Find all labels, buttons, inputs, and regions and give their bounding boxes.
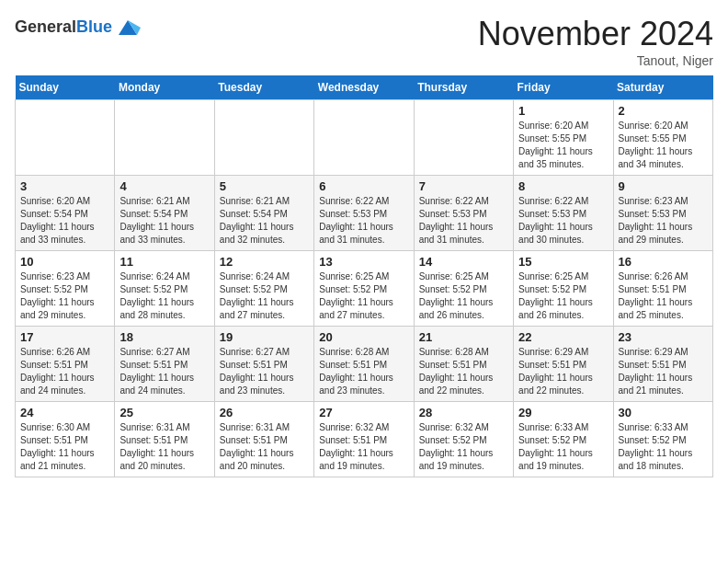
calendar-cell: 5Sunrise: 6:21 AM Sunset: 5:54 PM Daylig… <box>214 176 313 251</box>
day-number: 15 <box>518 255 608 269</box>
calendar-header: SundayMondayTuesdayWednesdayThursdayFrid… <box>16 75 713 100</box>
day-number: 21 <box>419 330 508 344</box>
day-number: 17 <box>20 330 109 344</box>
day-number: 23 <box>619 330 708 344</box>
calendar-cell: 16Sunrise: 6:26 AM Sunset: 5:51 PM Dayli… <box>613 251 712 327</box>
calendar-cell <box>16 100 115 176</box>
calendar-cell: 14Sunrise: 6:25 AM Sunset: 5:52 PM Dayli… <box>414 251 513 327</box>
calendar-cell: 4Sunrise: 6:21 AM Sunset: 5:54 PM Daylig… <box>115 176 214 251</box>
weekday-header: Friday <box>514 75 613 100</box>
day-number: 27 <box>319 406 408 419</box>
calendar-cell: 30Sunrise: 6:33 AM Sunset: 5:52 PM Dayli… <box>613 402 712 477</box>
day-info: Sunrise: 6:26 AM Sunset: 5:51 PM Dayligh… <box>619 270 708 322</box>
calendar-cell: 11Sunrise: 6:24 AM Sunset: 5:52 PM Dayli… <box>115 251 214 327</box>
day-number: 25 <box>119 406 209 419</box>
day-info: Sunrise: 6:33 AM Sunset: 5:52 PM Dayligh… <box>518 421 608 473</box>
day-info: Sunrise: 6:26 AM Sunset: 5:51 PM Dayligh… <box>20 346 109 397</box>
calendar-cell: 3Sunrise: 6:20 AM Sunset: 5:54 PM Daylig… <box>16 176 115 251</box>
day-info: Sunrise: 6:20 AM Sunset: 5:54 PM Dayligh… <box>20 195 109 247</box>
day-number: 5 <box>220 179 309 193</box>
day-info: Sunrise: 6:25 AM Sunset: 5:52 PM Dayligh… <box>419 270 508 322</box>
day-info: Sunrise: 6:22 AM Sunset: 5:53 PM Dayligh… <box>518 195 608 247</box>
day-info: Sunrise: 6:23 AM Sunset: 5:53 PM Dayligh… <box>619 195 708 247</box>
logo-blue: Blue <box>76 17 112 36</box>
calendar-cell: 18Sunrise: 6:27 AM Sunset: 5:51 PM Dayli… <box>115 327 214 402</box>
day-info: Sunrise: 6:25 AM Sunset: 5:52 PM Dayligh… <box>518 270 608 322</box>
day-number: 13 <box>319 255 408 269</box>
calendar-cell: 19Sunrise: 6:27 AM Sunset: 5:51 PM Dayli… <box>214 327 313 402</box>
day-number: 7 <box>419 179 508 193</box>
calendar-cell <box>214 100 313 176</box>
calendar-table: SundayMondayTuesdayWednesdayThursdayFrid… <box>15 75 713 477</box>
day-info: Sunrise: 6:27 AM Sunset: 5:51 PM Dayligh… <box>220 346 309 397</box>
day-info: Sunrise: 6:21 AM Sunset: 5:54 PM Dayligh… <box>220 195 309 247</box>
day-info: Sunrise: 6:24 AM Sunset: 5:52 PM Dayligh… <box>220 270 309 322</box>
day-number: 24 <box>20 406 109 419</box>
day-info: Sunrise: 6:28 AM Sunset: 5:51 PM Dayligh… <box>319 346 408 397</box>
weekday-header: Saturday <box>613 75 712 100</box>
day-info: Sunrise: 6:22 AM Sunset: 5:53 PM Dayligh… <box>419 195 508 247</box>
weekday-header: Wednesday <box>314 75 414 100</box>
calendar-week-row: 10Sunrise: 6:23 AM Sunset: 5:52 PM Dayli… <box>16 251 713 327</box>
day-info: Sunrise: 6:28 AM Sunset: 5:51 PM Dayligh… <box>419 346 508 397</box>
day-info: Sunrise: 6:32 AM Sunset: 5:52 PM Dayligh… <box>419 421 508 473</box>
day-number: 3 <box>20 179 109 193</box>
calendar-cell: 27Sunrise: 6:32 AM Sunset: 5:51 PM Dayli… <box>314 402 414 477</box>
page-header: GeneralBlue November 2024 Tanout, Niger <box>15 15 713 68</box>
day-info: Sunrise: 6:31 AM Sunset: 5:51 PM Dayligh… <box>119 421 209 473</box>
day-number: 28 <box>419 406 508 419</box>
day-number: 6 <box>319 179 408 193</box>
day-number: 29 <box>518 406 608 419</box>
day-number: 22 <box>518 330 608 344</box>
weekday-header: Tuesday <box>214 75 313 100</box>
calendar-cell: 23Sunrise: 6:29 AM Sunset: 5:51 PM Dayli… <box>613 327 712 402</box>
day-info: Sunrise: 6:20 AM Sunset: 5:55 PM Dayligh… <box>619 120 708 171</box>
day-number: 9 <box>619 179 708 193</box>
day-number: 20 <box>319 330 408 344</box>
day-info: Sunrise: 6:27 AM Sunset: 5:51 PM Dayligh… <box>119 346 209 397</box>
calendar-week-row: 1Sunrise: 6:20 AM Sunset: 5:55 PM Daylig… <box>16 100 713 176</box>
calendar-week-row: 24Sunrise: 6:30 AM Sunset: 5:51 PM Dayli… <box>16 402 713 477</box>
calendar-cell: 24Sunrise: 6:30 AM Sunset: 5:51 PM Dayli… <box>16 402 115 477</box>
calendar-cell: 8Sunrise: 6:22 AM Sunset: 5:53 PM Daylig… <box>514 176 613 251</box>
day-info: Sunrise: 6:24 AM Sunset: 5:52 PM Dayligh… <box>119 270 209 322</box>
day-info: Sunrise: 6:29 AM Sunset: 5:51 PM Dayligh… <box>619 346 708 397</box>
day-number: 26 <box>220 406 309 419</box>
day-info: Sunrise: 6:22 AM Sunset: 5:53 PM Dayligh… <box>319 195 408 247</box>
calendar-cell: 17Sunrise: 6:26 AM Sunset: 5:51 PM Dayli… <box>16 327 115 402</box>
day-number: 12 <box>220 255 309 269</box>
day-info: Sunrise: 6:25 AM Sunset: 5:52 PM Dayligh… <box>319 270 408 322</box>
calendar-cell: 26Sunrise: 6:31 AM Sunset: 5:51 PM Dayli… <box>214 402 313 477</box>
day-info: Sunrise: 6:30 AM Sunset: 5:51 PM Dayligh… <box>20 421 109 473</box>
day-number: 16 <box>619 255 708 269</box>
calendar-cell: 25Sunrise: 6:31 AM Sunset: 5:51 PM Dayli… <box>115 402 214 477</box>
weekday-header: Thursday <box>414 75 513 100</box>
day-number: 4 <box>119 179 209 193</box>
day-info: Sunrise: 6:29 AM Sunset: 5:51 PM Dayligh… <box>518 346 608 397</box>
day-info: Sunrise: 6:23 AM Sunset: 5:52 PM Dayligh… <box>20 270 109 322</box>
calendar-cell: 10Sunrise: 6:23 AM Sunset: 5:52 PM Dayli… <box>16 251 115 327</box>
calendar-cell <box>115 100 214 176</box>
weekday-row: SundayMondayTuesdayWednesdayThursdayFrid… <box>16 75 713 100</box>
day-info: Sunrise: 6:32 AM Sunset: 5:51 PM Dayligh… <box>319 421 408 473</box>
calendar-body: 1Sunrise: 6:20 AM Sunset: 5:55 PM Daylig… <box>16 100 713 477</box>
weekday-header: Sunday <box>16 75 115 100</box>
month-title: November 2024 <box>478 15 713 53</box>
calendar-cell: 2Sunrise: 6:20 AM Sunset: 5:55 PM Daylig… <box>613 100 712 176</box>
calendar-cell: 7Sunrise: 6:22 AM Sunset: 5:53 PM Daylig… <box>414 176 513 251</box>
calendar-cell <box>414 100 513 176</box>
calendar-week-row: 3Sunrise: 6:20 AM Sunset: 5:54 PM Daylig… <box>16 176 713 251</box>
calendar-cell: 12Sunrise: 6:24 AM Sunset: 5:52 PM Dayli… <box>214 251 313 327</box>
day-number: 2 <box>619 104 708 118</box>
calendar-cell: 1Sunrise: 6:20 AM Sunset: 5:55 PM Daylig… <box>514 100 613 176</box>
calendar-cell: 15Sunrise: 6:25 AM Sunset: 5:52 PM Dayli… <box>514 251 613 327</box>
location-label: Tanout, Niger <box>478 53 713 68</box>
calendar-cell: 20Sunrise: 6:28 AM Sunset: 5:51 PM Dayli… <box>314 327 414 402</box>
weekday-header: Monday <box>115 75 214 100</box>
calendar-cell: 28Sunrise: 6:32 AM Sunset: 5:52 PM Dayli… <box>414 402 513 477</box>
day-number: 11 <box>119 255 209 269</box>
day-number: 30 <box>619 406 708 419</box>
day-number: 10 <box>20 255 109 269</box>
logo: GeneralBlue <box>15 15 141 40</box>
day-number: 19 <box>220 330 309 344</box>
